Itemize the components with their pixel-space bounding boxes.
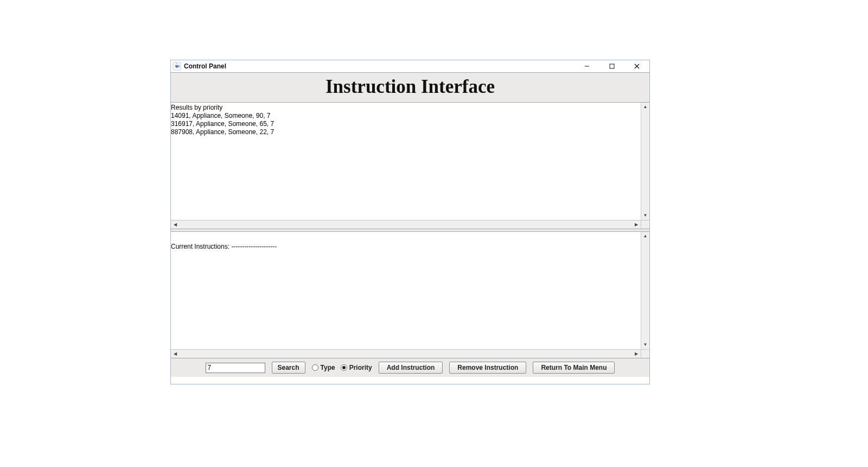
search-input[interactable] (206, 363, 265, 373)
radio-type-dot (312, 364, 318, 371)
java-cup-icon (173, 62, 181, 71)
radio-type[interactable]: Type (312, 364, 335, 371)
return-to-main-menu-button[interactable]: Return To Main Menu (533, 362, 615, 374)
window-title: Control Panel (184, 62, 226, 70)
page-title: Instruction Interface (326, 76, 495, 97)
scroll-left-icon[interactable]: ◀ (171, 220, 180, 229)
search-mode-radio-group: Type Priority (312, 364, 372, 371)
scroll-up-icon[interactable]: ▲ (641, 103, 649, 111)
radio-type-label: Type (321, 364, 335, 371)
heading-panel: Instruction Interface (171, 72, 649, 103)
minimize-button[interactable] (575, 60, 599, 72)
maximize-button[interactable] (599, 60, 624, 72)
scroll-down-icon[interactable]: ▼ (641, 211, 649, 220)
results-textarea[interactable]: Results by priority 14091, Appliance, So… (171, 103, 641, 220)
search-button[interactable]: Search (272, 362, 305, 374)
results-horizontal-scrollbar[interactable]: ◀ ▶ (171, 220, 641, 229)
scroll-up-icon[interactable]: ▲ (641, 232, 649, 241)
scroll-right-icon[interactable]: ▶ (632, 350, 641, 358)
app-window: Control Panel Instruction Interface Resu… (170, 60, 650, 384)
radio-priority-dot (341, 364, 347, 371)
titlebar: Control Panel (171, 60, 649, 72)
scroll-down-icon[interactable]: ▼ (641, 340, 649, 349)
add-instruction-button[interactable]: Add Instruction (379, 362, 443, 374)
remove-instruction-button[interactable]: Remove Instruction (449, 362, 526, 374)
scroll-corner (641, 220, 649, 229)
scroll-corner (641, 349, 649, 358)
scroll-left-icon[interactable]: ◀ (171, 350, 180, 358)
svg-rect-2 (610, 64, 614, 68)
instructions-horizontal-scrollbar[interactable]: ◀ ▶ (171, 349, 641, 358)
instructions-textarea[interactable]: Current Instructions: ------------------… (171, 232, 641, 349)
results-scrollpane: Results by priority 14091, Appliance, So… (171, 103, 649, 229)
instructions-vertical-scrollbar[interactable]: ▲ ▼ (641, 232, 649, 349)
radio-priority[interactable]: Priority (341, 364, 372, 371)
radio-priority-label: Priority (349, 364, 372, 371)
scroll-right-icon[interactable]: ▶ (632, 220, 641, 229)
close-button[interactable] (624, 60, 649, 72)
titlebar-controls (575, 60, 649, 72)
instructions-scrollpane: Current Instructions: ------------------… (171, 232, 649, 358)
results-vertical-scrollbar[interactable]: ▲ ▼ (641, 103, 649, 220)
control-bar: Search Type Priority Add Instruction Rem… (171, 358, 649, 377)
